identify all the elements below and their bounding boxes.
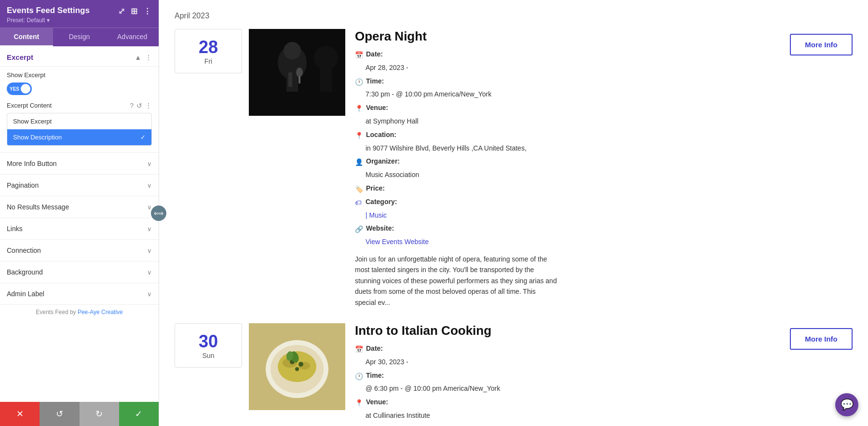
cancel-button[interactable]: ✕ [0, 402, 40, 426]
more-icon[interactable]: ⋮ [145, 102, 152, 109]
panel-header: Events Feed Settings ⤢ ⊞ ⋮ Preset: Defau… [0, 0, 159, 27]
admin-label-chevron-icon: ∨ [147, 290, 152, 298]
event-row-2: 30 Sun [175, 323, 853, 426]
calendar-icon-2: 📅 [355, 344, 363, 356]
event-title-2: Intro to Italian Cooking [355, 323, 790, 338]
excerpt-header-icons: ▲ ⋮ [135, 54, 152, 61]
event-date-day: Fri [204, 57, 212, 65]
panel-title-bar: Events Feed Settings ⤢ ⊞ ⋮ [7, 6, 152, 15]
more-options-icon[interactable]: ⋮ [143, 6, 152, 15]
preset-label[interactable]: Preset: Default ▾ [7, 17, 152, 24]
event-meta-2: 📅 Date: Apr 30, 2023 - 🕐 Time: @ 6:30 pm… [355, 343, 790, 426]
redo-button[interactable]: ↻ [80, 402, 119, 426]
tab-design[interactable]: Design [53, 28, 106, 46]
website-icon: 🔗 [355, 224, 363, 235]
event-title: Opera Night [355, 29, 790, 44]
tab-content[interactable]: Content [0, 28, 53, 46]
help-icon[interactable]: ? [130, 102, 134, 109]
event-description: Join us for an unforgettable night of op… [355, 254, 557, 308]
links-label: Links [7, 225, 23, 233]
venue-pin-icon-2: 📍 [355, 398, 363, 409]
panel-actions: ✕ ↺ ↻ ✓ [0, 402, 159, 426]
connection-chevron-icon: ∨ [147, 247, 152, 254]
excerpt-more-icon[interactable]: ⋮ [145, 54, 152, 61]
cooking-more-info-button[interactable]: More Info [790, 328, 853, 350]
links-section[interactable]: Links ∨ [0, 218, 159, 239]
event-date-box: 28 Fri [175, 29, 242, 73]
admin-label-label: Admin Label [7, 290, 44, 298]
event-date-box-2: 30 Sun [175, 323, 242, 368]
meta-price-row: 🏷️ Price: [355, 183, 790, 195]
panel-title-icons: ⤢ ⊞ ⋮ [118, 6, 152, 15]
connection-section[interactable]: Connection ∨ [0, 239, 159, 261]
pee-aye-creative-link[interactable]: Pee-Aye Creative [78, 309, 123, 316]
meta-location-row: 📍 Location: [355, 129, 790, 142]
reset-icon[interactable]: ↺ [136, 102, 142, 109]
panel-body: Excerpt ▲ ⋮ Show Excerpt YES Excerpt Con… [0, 46, 159, 402]
meta-date-row: 📅 Date: [355, 49, 790, 61]
location-pin-icon: 📍 [355, 130, 363, 142]
show-excerpt-label: Show Excerpt [7, 71, 152, 79]
excerpt-collapse-icon[interactable]: ▲ [135, 54, 141, 61]
calendar-icon: 📅 [355, 50, 363, 61]
event-details: Opera Night 📅 Date: Apr 28, 2023 - 🕐 Tim… [355, 29, 790, 308]
undo-button[interactable]: ↺ [40, 402, 79, 426]
left-panel: Events Feed Settings ⤢ ⊞ ⋮ Preset: Defau… [0, 0, 159, 426]
excerpt-content-row: Excerpt Content ? ↺ ⋮ [7, 102, 152, 109]
no-results-label: No Results Message [7, 203, 69, 211]
category-link[interactable]: | Music [366, 211, 387, 219]
panel-title-text: Events Feed Settings [7, 6, 90, 15]
meta-venue-row: 📍 Venue: [355, 102, 790, 115]
admin-label-section[interactable]: Admin Label ∨ [0, 283, 159, 304]
background-label: Background [7, 268, 43, 276]
expand-icon[interactable]: ⤢ [118, 6, 127, 15]
category-icon: 🏷 [355, 197, 363, 209]
venue-pin-icon: 📍 [355, 103, 363, 115]
more-info-chevron-icon: ∨ [147, 160, 152, 167]
month-label: April 2023 [175, 12, 853, 20]
opera-more-info-button[interactable]: More Info [790, 34, 853, 55]
option-show-excerpt[interactable]: Show Excerpt [7, 113, 151, 129]
meta-organizer-row: 👤 Organizer: [355, 156, 790, 168]
pagination-section[interactable]: Pagination ∨ [0, 174, 159, 196]
no-results-section[interactable]: No Results Message ∨ [0, 196, 159, 218]
tab-advanced[interactable]: Advanced [106, 28, 159, 46]
svg-rect-21 [249, 323, 345, 410]
event-date-number-2: 30 [199, 331, 218, 352]
clock-icon-2: 🕐 [355, 371, 363, 383]
option-show-description[interactable]: Show Description [7, 129, 151, 145]
background-chevron-icon: ∨ [147, 269, 152, 276]
right-panel: April 2023 28 Fri [159, 0, 868, 426]
excerpt-content-icons: ? ↺ ⋮ [130, 102, 152, 109]
show-excerpt-toggle[interactable]: YES [7, 82, 32, 95]
event-details-2: Intro to Italian Cooking 📅 Date: Apr 30,… [355, 323, 790, 426]
excerpt-content-dropdown: Show Excerpt Show Description [7, 113, 152, 146]
more-info-button-label: More Info Button [7, 160, 57, 167]
meta-website-row: 🔗 Website: [355, 223, 790, 235]
price-icon: 🏷️ [355, 184, 363, 195]
chat-bubble[interactable]: 💬 [835, 393, 858, 416]
pagination-label: Pagination [7, 181, 39, 189]
layout-icon[interactable]: ⊞ [131, 6, 139, 15]
more-info-button-section[interactable]: More Info Button ∨ [0, 152, 159, 174]
links-chevron-icon: ∨ [147, 225, 152, 233]
toggle-knob [21, 84, 30, 94]
excerpt-section-content: Show Excerpt YES Excerpt Content ? ↺ ⋮ [0, 67, 159, 152]
excerpt-section-title: Excerpt [7, 53, 33, 61]
background-section[interactable]: Background ∨ [0, 261, 159, 283]
clock-icon: 🕐 [355, 77, 363, 88]
panel-tabs: Content Design Advanced [0, 27, 159, 46]
panel-footer: Events Feed by Pee-Aye Creative [0, 304, 159, 318]
excerpt-section-header: Excerpt ▲ ⋮ [0, 46, 159, 67]
event-image-cooking [249, 323, 345, 410]
meta-category-row: 🏷 Category: [355, 196, 790, 209]
panel-resize-handle[interactable]: ⟺ [151, 206, 166, 221]
svg-rect-9 [249, 29, 345, 116]
show-excerpt-toggle-wrap: YES [7, 82, 152, 95]
event-date-day-2: Sun [203, 352, 215, 359]
website-link[interactable]: View Events Website [366, 238, 429, 246]
meta-time-row: 🕐 Time: [355, 76, 790, 88]
connection-label: Connection [7, 247, 41, 254]
event-row: 28 Fri Opera Night [175, 29, 853, 308]
save-button[interactable]: ✓ [119, 402, 159, 426]
